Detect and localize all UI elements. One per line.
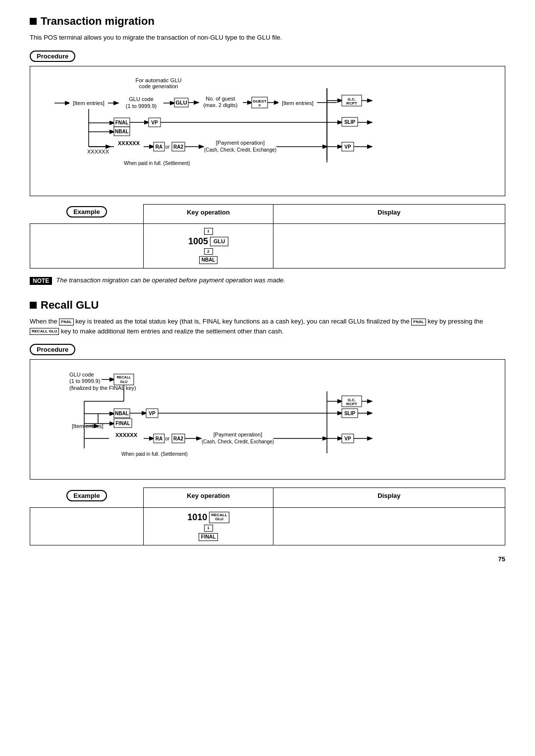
glu-key-1: GLU (210, 237, 228, 246)
svg-text:(1 to 9999.9): (1 to 9999.9) (69, 378, 100, 384)
recall-glu-key: RECALLGLU (209, 512, 229, 524)
section2-desc: When the FNAL key is treated as the tota… (30, 317, 505, 336)
svg-text:SLIP: SLIP (344, 119, 356, 125)
example-badge-cell-1 (30, 224, 144, 269)
example-badge-cell-2 (30, 507, 144, 545)
svg-text:(finalized by the FINAL key): (finalized by the FINAL key) (69, 385, 136, 391)
note-label-1: NOTE (30, 277, 52, 285)
procedure-badge-1: Procedure (30, 51, 75, 62)
svg-text:GLU: GLU (120, 380, 128, 383)
svg-text:RA2: RA2 (173, 144, 183, 150)
svg-text:FINAL: FINAL (115, 421, 130, 426)
svg-text:When paid in full. (Settlement: When paid in full. (Settlement) (124, 161, 190, 166)
svg-text:or: or (165, 144, 170, 150)
svg-text:XXXXXX: XXXXXX (87, 149, 109, 155)
svg-text:NBAL: NBAL (115, 129, 129, 134)
svg-text:XXXXXX: XXXXXX (118, 140, 140, 146)
svg-text:XXXXXX: XXXXXX (115, 432, 138, 438)
svg-text:or: or (165, 436, 170, 441)
svg-text:RA: RA (156, 436, 162, 441)
key-op-header-2: Key operation (144, 488, 273, 508)
key-1-top: 1 (204, 228, 213, 235)
section1-desc: This POS terminal allows you to migrate … (30, 33, 505, 43)
key-op-cell-1: 1 1005 GLU 2 NBAL (144, 224, 273, 269)
key-1-bottom: 1 (204, 525, 213, 532)
key-number-2: 1010 (187, 512, 207, 523)
key-2-bottom: 2 (204, 248, 213, 255)
svg-text:VP: VP (149, 411, 156, 416)
svg-text:[Payment operation]: [Payment operation] (216, 140, 265, 146)
svg-text:[Item entries]: [Item entries] (282, 100, 314, 106)
procedure-diagram-1: For automatic GLU code generation [Item … (30, 66, 505, 196)
example-table-2: Example Key operation Display 1010 RECAL… (30, 487, 505, 545)
svg-text:code generation: code generation (139, 83, 178, 89)
page-number: 75 (30, 555, 505, 563)
recall-glu-inline: RECALL GLU (30, 328, 59, 335)
svg-text:[Item entries]: [Item entries] (72, 423, 104, 429)
example-badge-1: Example (30, 204, 144, 224)
svg-text:NBAL: NBAL (115, 411, 129, 416)
note-1: NOTE The transaction migration can be op… (30, 276, 505, 285)
key-op-cell-2: 1010 RECALLGLU 1 FINAL (144, 507, 273, 545)
svg-text:[Payment operation]: [Payment operation] (214, 432, 262, 437)
svg-text:[Item entries]: [Item entries] (73, 100, 105, 106)
svg-text:FNAL: FNAL (115, 120, 129, 125)
svg-text:(Cash, Check, Credit, Exchange: (Cash, Check, Credit, Exchange) (204, 147, 276, 153)
key-number-1: 1005 (188, 236, 208, 247)
svg-text:#: # (259, 103, 261, 108)
fnal-key-inline: FNAL (59, 319, 73, 325)
flow-diagram-2: GLU code (1 to 9999.9) RECALL GLU (final… (38, 367, 497, 471)
display-header-2: Display (273, 488, 505, 508)
section2: Recall GLU When the FNAL key is treated … (30, 299, 505, 545)
final-key-2: FINAL (199, 533, 218, 541)
example-badge-2: Example (30, 488, 144, 508)
svg-text:RA2: RA2 (173, 436, 183, 441)
svg-text:GLU code: GLU code (129, 96, 154, 102)
svg-text:When paid in full. (Settlement: When paid in full. (Settlement) (121, 451, 188, 457)
svg-text:No. of guest: No. of guest (206, 96, 235, 102)
note-text-1: The transaction migration can be operate… (56, 276, 285, 284)
section1-title: Transaction migration (30, 15, 505, 28)
fnal-key-inline2: FNAL (411, 319, 426, 325)
procedure-badge-2: Procedure (30, 344, 75, 355)
svg-text:VP: VP (344, 144, 351, 150)
display-header-1: Display (273, 204, 505, 224)
svg-text:RCPT: RCPT (346, 402, 357, 406)
section1: Transaction migration This POS terminal … (30, 15, 505, 285)
procedure-diagram-2: GLU code (1 to 9999.9) RECALL GLU (final… (30, 359, 505, 480)
svg-text:VP: VP (151, 120, 158, 125)
nbal-key-1: NBAL (199, 256, 218, 264)
svg-text:(max. 2 digits): (max. 2 digits) (203, 102, 237, 108)
example-table-1: Example Key operation Display 1 1005 GLU (30, 204, 505, 269)
svg-text:(1 to 9999.9): (1 to 9999.9) (126, 103, 157, 109)
svg-text:RA: RA (156, 144, 162, 150)
svg-text:RCPT: RCPT (346, 101, 357, 106)
svg-text:VP: VP (344, 436, 351, 441)
flow-diagram-1: For automatic GLU code generation [Item … (38, 73, 497, 187)
svg-text:GLU: GLU (175, 100, 187, 106)
svg-text:RECALL: RECALL (117, 376, 131, 379)
svg-text:SLIP: SLIP (344, 411, 356, 416)
display-cell-2 (273, 507, 505, 545)
svg-text:(Cash, Check, Credit, Exchange: (Cash, Check, Credit, Exchange) (202, 439, 274, 444)
key-op-header-1: Key operation (144, 204, 273, 224)
display-cell-1 (273, 224, 505, 269)
svg-text:GLU code: GLU code (69, 372, 94, 378)
svg-text:For automatic GLU: For automatic GLU (136, 77, 182, 83)
section2-title: Recall GLU (30, 299, 505, 312)
